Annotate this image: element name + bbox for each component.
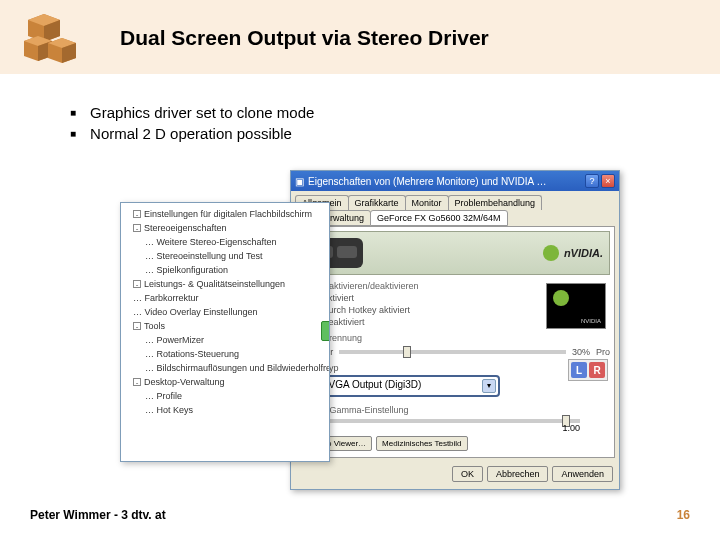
- help-button[interactable]: ?: [585, 174, 599, 188]
- tree-item[interactable]: … Hot Keys: [123, 403, 327, 417]
- tab-troubleshoot[interactable]: Problembehandlung: [448, 195, 543, 210]
- titlebar[interactable]: ▣ Eigenschaften von (Mehrere Monitore) u…: [291, 171, 619, 191]
- tree-item[interactable]: -Desktop-Verwaltung: [123, 375, 327, 389]
- apply-button[interactable]: Anwenden: [552, 466, 613, 482]
- window-icon: ▣: [295, 176, 304, 187]
- selection-marker-icon: [321, 321, 330, 341]
- bullet-item: Graphics driver set to clone mode: [70, 104, 314, 121]
- ok-button[interactable]: OK: [452, 466, 483, 482]
- settings-tree[interactable]: -Einstellungen für digitalen Flachbildsc…: [123, 207, 327, 417]
- tree-item[interactable]: … Profile: [123, 389, 327, 403]
- page-number: 16: [677, 508, 690, 522]
- nvidia-preview-thumb: NVIDIA: [546, 283, 606, 329]
- bullet-item: Normal 2 D operation possible: [70, 125, 314, 142]
- stereo-mode-value: DualVGA Output (Digi3D): [304, 379, 482, 393]
- nvidia-thumb-label: NVIDIA: [581, 318, 601, 324]
- nvidia-logo: nVIDIA.: [564, 247, 603, 259]
- tree-item[interactable]: … Bildschirmauflösungen und Bildwiederho…: [123, 361, 327, 375]
- stereo-mode-dropdown[interactable]: DualVGA Output (Digi3D) ▾: [300, 375, 500, 397]
- tree-item[interactable]: -Stereoeigenschaften: [123, 221, 327, 235]
- gamma-label: Stereo-Gamma-Einstellung: [300, 405, 610, 415]
- cancel-button[interactable]: Abbrechen: [487, 466, 549, 482]
- stereo-panel: nVIDIA. Stereo aktivieren/deaktivieren A…: [295, 226, 615, 458]
- section-depth-label: Stereotrennung: [300, 333, 610, 343]
- nvidia-eye-icon: [553, 290, 569, 306]
- dialog-button-row: OK Abbrechen Anwenden: [291, 462, 619, 486]
- tab-adapter[interactable]: Grafikkarte: [348, 195, 406, 210]
- gamma-value: 1.00: [300, 423, 580, 433]
- screenshot-area: ▣ Eigenschaften von (Mehrere Monitore) u…: [120, 170, 620, 500]
- tab-monitor[interactable]: Monitor: [405, 195, 449, 210]
- medical-test-button[interactable]: Medizinisches Testbild: [376, 436, 467, 451]
- tree-item[interactable]: … Rotations-Steuerung: [123, 347, 327, 361]
- tree-item[interactable]: -Einstellungen für digitalen Flachbildsc…: [123, 207, 327, 221]
- tree-item[interactable]: … Spielkonfiguration: [123, 263, 327, 277]
- stereo-mode-label: Stereotyp: [300, 363, 610, 373]
- tree-item[interactable]: … Farbkorrektur: [123, 291, 327, 305]
- tree-item[interactable]: -Leistungs- & Qualitätseinstellungen: [123, 277, 327, 291]
- chevron-down-icon[interactable]: ▾: [482, 379, 496, 393]
- nvidia-eye-icon: [543, 245, 559, 261]
- close-button[interactable]: ×: [601, 174, 615, 188]
- tree-item[interactable]: … Stereoeinstellung und Test: [123, 249, 327, 263]
- nvidia-banner: nVIDIA.: [300, 231, 610, 275]
- slide-title: Dual Screen Output via Stereo Driver: [120, 26, 489, 50]
- tree-item[interactable]: -Tools: [123, 319, 327, 333]
- display-properties-window: ▣ Eigenschaften von (Mehrere Monitore) u…: [290, 170, 620, 490]
- depth-more-label: Pro: [596, 347, 610, 357]
- tree-item[interactable]: … PowerMizer: [123, 333, 327, 347]
- depth-slider[interactable]: [339, 350, 566, 354]
- tree-item[interactable]: … Weitere Stereo-Eigenschaften: [123, 235, 327, 249]
- tab-row: Allgemein Grafikkarte Monitor Problembeh…: [291, 191, 619, 210]
- subtab-row: Farbverwaltung GeForce FX Go5600 32M/64M: [291, 210, 619, 226]
- window-title: Eigenschaften von (Mehrere Monitore) und…: [308, 176, 546, 187]
- tree-item[interactable]: … Video Overlay Einstellungen: [123, 305, 327, 319]
- footer-author: Peter Wimmer - 3 dtv. at: [30, 508, 166, 522]
- depth-percent: 30%: [572, 347, 590, 357]
- settings-tree-window: -Einstellungen für digitalen Flachbildsc…: [120, 202, 330, 462]
- cubes-logo: [20, 14, 80, 66]
- bullet-list: Graphics driver set to clone mode Normal…: [70, 104, 314, 146]
- subtab-geforce[interactable]: GeForce FX Go5600 32M/64M: [370, 210, 508, 226]
